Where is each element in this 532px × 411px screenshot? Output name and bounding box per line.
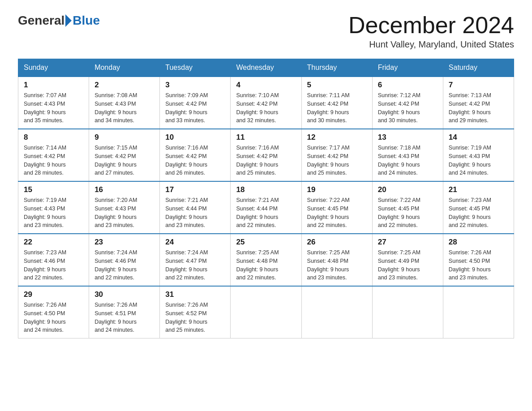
- calendar-cell: 24Sunrise: 7:24 AMSunset: 4:47 PMDayligh…: [160, 234, 231, 286]
- calendar-cell: 22Sunrise: 7:23 AMSunset: 4:46 PMDayligh…: [18, 234, 89, 286]
- day-info: Sunrise: 7:23 AMSunset: 4:45 PMDaylight:…: [449, 196, 508, 230]
- calendar-cell: 3Sunrise: 7:09 AMSunset: 4:42 PMDaylight…: [160, 77, 231, 129]
- week-row-2: 8Sunrise: 7:14 AMSunset: 4:42 PMDaylight…: [18, 129, 514, 181]
- day-number: 20: [378, 185, 438, 194]
- day-info: Sunrise: 7:10 AMSunset: 4:42 PMDaylight:…: [236, 91, 296, 125]
- day-info: Sunrise: 7:11 AMSunset: 4:42 PMDaylight:…: [307, 91, 367, 125]
- calendar-cell: 19Sunrise: 7:22 AMSunset: 4:45 PMDayligh…: [301, 181, 372, 234]
- day-info: Sunrise: 7:16 AMSunset: 4:42 PMDaylight:…: [236, 144, 296, 177]
- calendar-cell: 15Sunrise: 7:19 AMSunset: 4:43 PMDayligh…: [18, 181, 89, 234]
- day-info: Sunrise: 7:24 AMSunset: 4:47 PMDaylight:…: [165, 248, 225, 282]
- day-info: Sunrise: 7:26 AMSunset: 4:50 PMDaylight:…: [24, 301, 83, 334]
- day-number: 7: [449, 81, 508, 90]
- day-number: 30: [94, 290, 154, 299]
- weekday-header-saturday: Saturday: [443, 59, 514, 77]
- calendar-cell: 18Sunrise: 7:21 AMSunset: 4:44 PMDayligh…: [231, 181, 301, 234]
- calendar-cell: 7Sunrise: 7:13 AMSunset: 4:42 PMDaylight…: [443, 77, 514, 129]
- month-title: December 2024: [348, 13, 514, 37]
- weekday-header-sunday: Sunday: [18, 59, 89, 77]
- logo: General Blue: [18, 13, 100, 28]
- day-info: Sunrise: 7:17 AMSunset: 4:42 PMDaylight:…: [307, 144, 367, 177]
- day-info: Sunrise: 7:08 AMSunset: 4:43 PMDaylight:…: [94, 91, 154, 125]
- day-info: Sunrise: 7:24 AMSunset: 4:46 PMDaylight:…: [94, 248, 154, 282]
- day-info: Sunrise: 7:21 AMSunset: 4:44 PMDaylight:…: [236, 196, 296, 230]
- day-info: Sunrise: 7:20 AMSunset: 4:43 PMDaylight:…: [94, 196, 154, 230]
- day-number: 2: [94, 81, 154, 90]
- weekday-header-tuesday: Tuesday: [160, 59, 231, 77]
- calendar-cell: 30Sunrise: 7:26 AMSunset: 4:51 PMDayligh…: [89, 286, 160, 338]
- day-info: Sunrise: 7:21 AMSunset: 4:44 PMDaylight:…: [165, 196, 225, 230]
- logo-blue-text: Blue: [73, 13, 100, 28]
- day-info: Sunrise: 7:26 AMSunset: 4:51 PMDaylight:…: [94, 301, 154, 334]
- calendar-cell: [231, 286, 301, 338]
- calendar-cell: 29Sunrise: 7:26 AMSunset: 4:50 PMDayligh…: [18, 286, 89, 338]
- day-number: 1: [24, 81, 83, 90]
- day-number: 14: [449, 133, 508, 142]
- logo-general-text: General: [18, 13, 64, 28]
- calendar-cell: [443, 286, 514, 338]
- page-container: General Blue December 2024 Hunt Valley, …: [18, 13, 514, 338]
- calendar-cell: 2Sunrise: 7:08 AMSunset: 4:43 PMDaylight…: [89, 77, 160, 129]
- calendar-cell: 12Sunrise: 7:17 AMSunset: 4:42 PMDayligh…: [301, 129, 372, 181]
- day-info: Sunrise: 7:22 AMSunset: 4:45 PMDaylight:…: [378, 196, 438, 230]
- day-number: 31: [165, 290, 225, 299]
- calendar-cell: 21Sunrise: 7:23 AMSunset: 4:45 PMDayligh…: [443, 181, 514, 234]
- day-number: 8: [24, 133, 83, 142]
- weekday-header-thursday: Thursday: [301, 59, 372, 77]
- day-number: 3: [165, 81, 225, 90]
- day-number: 6: [378, 81, 438, 90]
- week-row-5: 29Sunrise: 7:26 AMSunset: 4:50 PMDayligh…: [18, 286, 514, 338]
- calendar-cell: 5Sunrise: 7:11 AMSunset: 4:42 PMDaylight…: [301, 77, 372, 129]
- day-info: Sunrise: 7:18 AMSunset: 4:43 PMDaylight:…: [378, 144, 438, 177]
- calendar-cell: [372, 286, 443, 338]
- day-info: Sunrise: 7:19 AMSunset: 4:43 PMDaylight:…: [449, 144, 508, 177]
- header: General Blue December 2024 Hunt Valley, …: [18, 13, 514, 50]
- calendar-cell: 23Sunrise: 7:24 AMSunset: 4:46 PMDayligh…: [89, 234, 160, 286]
- day-info: Sunrise: 7:25 AMSunset: 4:48 PMDaylight:…: [236, 248, 296, 282]
- day-number: 15: [24, 185, 83, 194]
- calendar-cell: 13Sunrise: 7:18 AMSunset: 4:43 PMDayligh…: [372, 129, 443, 181]
- weekday-header-friday: Friday: [372, 59, 443, 77]
- day-info: Sunrise: 7:09 AMSunset: 4:42 PMDaylight:…: [165, 91, 225, 125]
- day-info: Sunrise: 7:22 AMSunset: 4:45 PMDaylight:…: [307, 196, 367, 230]
- calendar-cell: 20Sunrise: 7:22 AMSunset: 4:45 PMDayligh…: [372, 181, 443, 234]
- calendar-cell: 17Sunrise: 7:21 AMSunset: 4:44 PMDayligh…: [160, 181, 231, 234]
- day-info: Sunrise: 7:25 AMSunset: 4:49 PMDaylight:…: [378, 248, 438, 282]
- calendar-table: SundayMondayTuesdayWednesdayThursdayFrid…: [18, 59, 514, 338]
- day-info: Sunrise: 7:19 AMSunset: 4:43 PMDaylight:…: [24, 196, 83, 230]
- location-title: Hunt Valley, Maryland, United States: [348, 39, 514, 50]
- day-number: 9: [94, 133, 154, 142]
- calendar-cell: 31Sunrise: 7:26 AMSunset: 4:52 PMDayligh…: [160, 286, 231, 338]
- day-number: 13: [378, 133, 438, 142]
- day-number: 23: [94, 238, 154, 247]
- day-info: Sunrise: 7:23 AMSunset: 4:46 PMDaylight:…: [24, 248, 83, 282]
- day-number: 4: [236, 81, 296, 90]
- day-number: 27: [378, 238, 438, 247]
- day-number: 16: [94, 185, 154, 194]
- week-row-1: 1Sunrise: 7:07 AMSunset: 4:43 PMDaylight…: [18, 77, 514, 129]
- calendar-cell: 1Sunrise: 7:07 AMSunset: 4:43 PMDaylight…: [18, 77, 89, 129]
- calendar-cell: [301, 286, 372, 338]
- calendar-cell: 11Sunrise: 7:16 AMSunset: 4:42 PMDayligh…: [231, 129, 301, 181]
- day-info: Sunrise: 7:26 AMSunset: 4:52 PMDaylight:…: [165, 301, 225, 334]
- calendar-cell: 9Sunrise: 7:15 AMSunset: 4:42 PMDaylight…: [89, 129, 160, 181]
- title-area: December 2024 Hunt Valley, Maryland, Uni…: [348, 13, 514, 50]
- day-info: Sunrise: 7:07 AMSunset: 4:43 PMDaylight:…: [24, 91, 83, 125]
- calendar-cell: 26Sunrise: 7:25 AMSunset: 4:48 PMDayligh…: [301, 234, 372, 286]
- calendar-cell: 8Sunrise: 7:14 AMSunset: 4:42 PMDaylight…: [18, 129, 89, 181]
- calendar-cell: 16Sunrise: 7:20 AMSunset: 4:43 PMDayligh…: [89, 181, 160, 234]
- day-info: Sunrise: 7:14 AMSunset: 4:42 PMDaylight:…: [24, 144, 83, 177]
- day-number: 29: [24, 290, 83, 299]
- day-number: 22: [24, 238, 83, 247]
- weekday-header-monday: Monday: [89, 59, 160, 77]
- weekday-header-row: SundayMondayTuesdayWednesdayThursdayFrid…: [18, 59, 514, 77]
- day-info: Sunrise: 7:16 AMSunset: 4:42 PMDaylight:…: [165, 144, 225, 177]
- day-info: Sunrise: 7:13 AMSunset: 4:42 PMDaylight:…: [449, 91, 508, 125]
- calendar-cell: 27Sunrise: 7:25 AMSunset: 4:49 PMDayligh…: [372, 234, 443, 286]
- calendar-cell: 10Sunrise: 7:16 AMSunset: 4:42 PMDayligh…: [160, 129, 231, 181]
- day-number: 24: [165, 238, 225, 247]
- day-number: 12: [307, 133, 367, 142]
- weekday-header-wednesday: Wednesday: [231, 59, 301, 77]
- day-number: 25: [236, 238, 296, 247]
- day-info: Sunrise: 7:15 AMSunset: 4:42 PMDaylight:…: [94, 144, 154, 177]
